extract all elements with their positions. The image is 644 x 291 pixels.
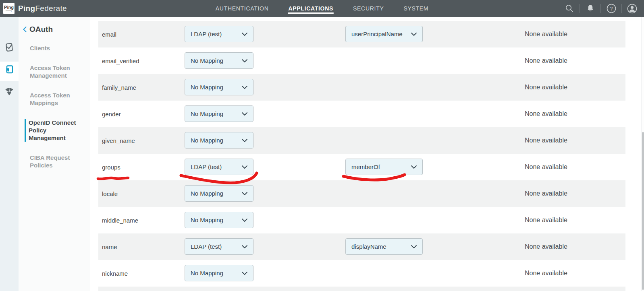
attribute-name-label: email xyxy=(102,31,116,38)
svg-text:?: ? xyxy=(610,6,613,12)
app-title: PingFederate xyxy=(18,0,67,17)
scrollbar-thumb[interactable] xyxy=(642,132,644,290)
sidebar-item-ciba-request-policies[interactable]: CIBA Request Policies xyxy=(25,154,80,169)
attribute-source-dropdown[interactable]: LDAP (test) xyxy=(185,238,253,255)
source-dropdown-value: No Mapping xyxy=(191,57,223,64)
user-avatar-icon[interactable] xyxy=(622,0,642,17)
attribute-source-dropdown[interactable]: No Mapping xyxy=(185,132,253,149)
nav-applications[interactable]: APPLICATIONS xyxy=(288,0,333,17)
none-available-text: None available xyxy=(525,190,567,197)
sidebar-item-openid-connect-policy-management[interactable]: OpenID Connect Policy Management xyxy=(25,119,80,142)
table-row: email LDAP (test) userPrincipalName None… xyxy=(98,21,625,47)
table-row: groups LDAP (test) memberOf None availab… xyxy=(98,154,625,180)
logo-subtext: Identity xyxy=(6,10,12,12)
chevron-down-icon xyxy=(242,112,247,116)
attribute-source-dropdown[interactable]: LDAP (test) xyxy=(185,159,253,175)
attribute-name-label: locale xyxy=(102,190,118,197)
notifications-bell-icon[interactable] xyxy=(580,0,600,17)
none-available-text: None available xyxy=(525,110,567,118)
main-navigation: AUTHENTICATION APPLICATIONS SECURITY SYS… xyxy=(216,0,428,17)
logo-text: Ping xyxy=(4,5,14,10)
none-available-text: None available xyxy=(525,57,567,64)
attribute-value-dropdown[interactable]: userPrincipalName xyxy=(345,26,423,42)
app-title-bold: Ping xyxy=(18,4,35,13)
attribute-name-label: middle_name xyxy=(102,217,138,224)
attribute-source-dropdown[interactable]: No Mapping xyxy=(185,79,253,95)
clients-check-icon[interactable] xyxy=(4,42,15,52)
sidebar-item-access-token-mappings[interactable]: Access Token Mappings xyxy=(25,91,80,107)
attribute-source-dropdown[interactable]: No Mapping xyxy=(185,212,253,228)
source-dropdown-value: No Mapping xyxy=(191,137,223,144)
source-dropdown-value: LDAP (test) xyxy=(191,31,222,37)
value-dropdown-value: memberOf xyxy=(351,163,380,170)
table-row: name LDAP (test) displayName None availa… xyxy=(98,233,625,260)
attribute-source-dropdown[interactable]: No Mapping xyxy=(185,185,253,202)
source-dropdown-value: No Mapping xyxy=(191,217,223,223)
chevron-down-icon xyxy=(411,245,417,248)
attribute-source-dropdown[interactable]: LDAP (test) xyxy=(185,26,253,42)
ping-identity-logo: Ping Identity xyxy=(3,3,15,14)
access-token-management-book-icon[interactable] xyxy=(4,64,15,74)
sidebar-menu: Clients Access Token Management Access T… xyxy=(19,44,90,169)
chevron-down-icon xyxy=(242,219,247,222)
attribute-name-label: nickname xyxy=(102,270,128,277)
nav-authentication[interactable]: AUTHENTICATION xyxy=(216,0,269,17)
table-row: locale No Mapping None available xyxy=(98,180,625,207)
search-icon[interactable] xyxy=(559,0,580,17)
chevron-down-icon xyxy=(242,59,247,62)
token-mappings-grant-icon[interactable] xyxy=(4,86,15,97)
source-dropdown-value: No Mapping xyxy=(191,84,223,91)
chevron-down-icon xyxy=(242,272,247,275)
none-available-text: None available xyxy=(525,31,567,38)
attribute-value-dropdown[interactable]: displayName xyxy=(345,238,423,255)
chevron-down-icon xyxy=(242,86,247,89)
value-dropdown-value: userPrincipalName xyxy=(351,31,403,37)
chevron-down-icon xyxy=(242,192,247,195)
table-row: family_name No Mapping None available xyxy=(98,74,625,101)
section-title: OAuth xyxy=(29,25,53,34)
none-available-text: None available xyxy=(525,84,567,91)
table-row: given_name No Mapping None available xyxy=(98,127,625,154)
sidebar-item-clients[interactable]: Clients xyxy=(25,44,80,52)
attribute-name-label: given_name xyxy=(102,137,135,144)
source-dropdown-value: LDAP (test) xyxy=(191,163,222,170)
chevron-down-icon xyxy=(411,33,417,36)
attribute-source-dropdown[interactable]: No Mapping xyxy=(185,105,253,122)
table-row: gender No Mapping None available xyxy=(98,101,625,127)
chevron-down-icon xyxy=(242,33,247,36)
none-available-text: None available xyxy=(525,217,567,224)
header-actions: ? xyxy=(559,0,642,17)
chevron-left-icon xyxy=(23,26,27,33)
attribute-name-label: groups xyxy=(102,164,120,171)
attribute-name-label: family_name xyxy=(102,84,136,91)
attribute-name-label: email_verified xyxy=(102,58,139,64)
source-dropdown-value: No Mapping xyxy=(191,190,223,197)
help-icon[interactable]: ? xyxy=(601,0,621,17)
sidebar-icon-rail xyxy=(0,17,19,291)
oauth-back-header[interactable]: OAuth xyxy=(23,25,90,34)
source-dropdown-value: LDAP (test) xyxy=(191,243,222,250)
source-dropdown-value: No Mapping xyxy=(191,270,223,277)
none-available-text: None available xyxy=(525,163,567,171)
chevron-down-icon xyxy=(242,165,247,169)
nav-security[interactable]: SECURITY xyxy=(353,0,384,17)
attribute-source-dropdown[interactable]: No Mapping xyxy=(185,265,253,281)
scrollbar-track[interactable] xyxy=(642,17,644,291)
app-title-light: Federate xyxy=(35,4,66,13)
attribute-value-dropdown[interactable]: memberOf xyxy=(345,159,423,175)
sidebar-item-access-token-management[interactable]: Access Token Management xyxy=(25,64,80,79)
attribute-table: email LDAP (test) userPrincipalName None… xyxy=(98,21,625,291)
table-row: email_verified No Mapping None available xyxy=(98,47,625,74)
none-available-text: None available xyxy=(525,137,567,144)
table-row: nickname No Mapping None available xyxy=(98,260,625,287)
sidebar: OAuth Clients Access Token Management Ac… xyxy=(19,17,90,291)
nav-system[interactable]: SYSTEM xyxy=(403,0,428,17)
table-row: middle_name No Mapping None available xyxy=(98,207,625,233)
chevron-down-icon xyxy=(242,139,247,142)
chevron-down-icon xyxy=(242,245,247,248)
main-content: email LDAP (test) userPrincipalName None… xyxy=(91,17,644,291)
top-bar: Ping Identity PingFederate AUTHENTICATIO… xyxy=(0,0,644,17)
attribute-source-dropdown[interactable]: No Mapping xyxy=(185,52,253,69)
chevron-down-icon xyxy=(411,165,417,169)
attribute-name-label: name xyxy=(102,244,117,250)
